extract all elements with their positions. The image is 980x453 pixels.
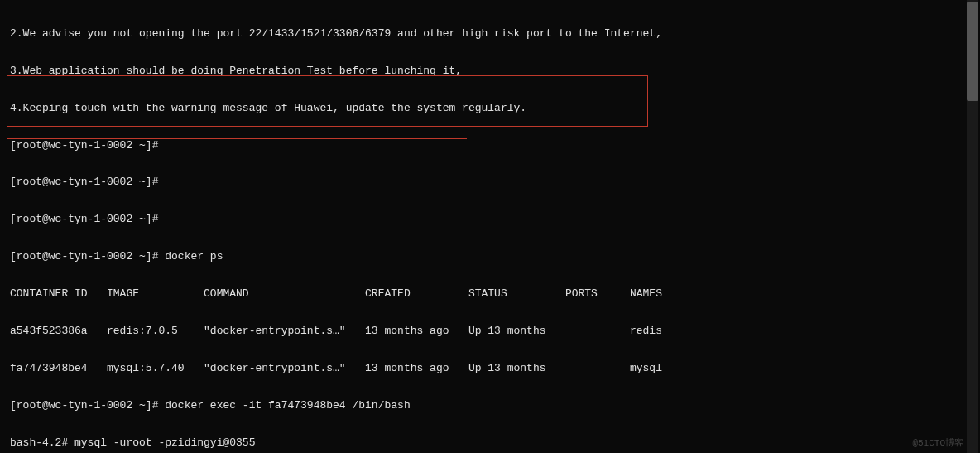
output-line: 4.Keeping touch with the warning message… [10,103,970,115]
table-row: a543f523386a redis:7.0.5 "docker-entrypo… [10,325,970,338]
output-line: 2.We advise you not opening the port 22/… [10,28,970,41]
output-line: 3.Web application should be doing Penetr… [10,65,970,78]
command-line: bash-4.2# mysql -uroot -pzidingyi@0355 [10,437,970,450]
prompt-line: [root@wc-tyn-1-0002 ~]# [10,214,970,226]
terminal-output[interactable]: 2.We advise you not opening the port 22/… [10,3,970,453]
scrollbar-thumb[interactable] [967,2,978,101]
watermark: @51CTO博客 [912,438,963,449]
prompt-line: [root@wc-tyn-1-0002 ~]# [10,140,970,152]
table-row: fa7473948be4 mysql:5.7.40 "docker-entryp… [10,363,970,375]
command-line: [root@wc-tyn-1-0002 ~]# docker ps [10,251,970,263]
prompt-line: [root@wc-tyn-1-0002 ~]# [10,176,970,189]
command-line: [root@wc-tyn-1-0002 ~]# docker exec -it … [10,400,970,412]
table-header: CONTAINER ID IMAGE COMMAND CREATED STATU… [10,288,970,301]
